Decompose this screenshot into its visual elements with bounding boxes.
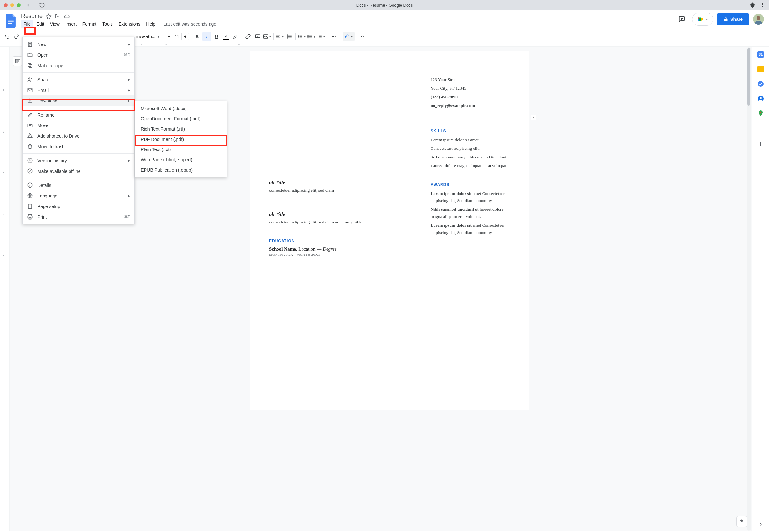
collapse-toolbar-button[interactable] [358, 32, 367, 41]
hide-side-panel-button[interactable] [757, 521, 764, 528]
document-icon [27, 41, 33, 47]
menu-edit[interactable]: Edit [34, 20, 46, 28]
text-color-button[interactable]: A [222, 32, 231, 41]
font-size-control: − 11 + [165, 33, 189, 40]
explore-button[interactable] [736, 516, 747, 527]
keep-icon[interactable] [757, 66, 764, 72]
insert-comment-button[interactable] [253, 32, 262, 41]
body-text: consectetuer adipiscing elit, sed diam n… [269, 219, 413, 226]
download-docx[interactable]: Microsoft Word (.docx) [135, 103, 227, 114]
scrollbar-thumb[interactable] [747, 48, 750, 106]
comments-icon[interactable] [676, 13, 688, 26]
move-folder-icon[interactable] [55, 13, 61, 19]
file-menu-offline[interactable]: Make available offline [23, 166, 134, 176]
font-family-selector[interactable]: rriweath...▼ [134, 32, 161, 41]
file-menu-language[interactable]: Language▶ [23, 190, 134, 201]
vertical-ruler[interactable]: 1 2 3 4 5 [0, 47, 10, 531]
browser-reload-button[interactable] [38, 1, 46, 9]
download-html[interactable]: Web Page (.html, zipped) [135, 155, 227, 165]
file-menu-version-history[interactable]: Version history▶ [23, 155, 134, 166]
font-size-value[interactable]: 11 [172, 33, 182, 40]
file-menu-trash[interactable]: Move to trash [23, 141, 134, 152]
insert-image-button[interactable]: ▼ [263, 32, 272, 41]
checklist-button[interactable]: ▼ [297, 32, 306, 41]
menu-format[interactable]: Format [80, 20, 99, 28]
undo-button[interactable] [3, 32, 12, 41]
underline-button[interactable]: U [212, 32, 221, 41]
file-menu-add-shortcut[interactable]: Add shortcut to Drive [23, 131, 134, 141]
education-line: School Name, Location — Degree [269, 246, 413, 252]
add-on-button[interactable]: + [758, 140, 763, 148]
menu-file[interactable]: File [21, 20, 33, 28]
last-edit-link[interactable]: Last edit was seconds ago [163, 21, 216, 27]
document-page[interactable]: ob Title consectetuer adipiscing elit, s… [250, 51, 529, 410]
chevron-down-icon: ▼ [350, 35, 353, 38]
skill-item: Consectetuer adipiscing elit. [431, 145, 509, 152]
highlight-button[interactable] [231, 32, 240, 41]
skill-item: Laoreet dolore magna aliquam erat volutp… [431, 162, 509, 170]
download-rtf[interactable]: Rich Text Format (.rtf) [135, 124, 227, 134]
bulleted-list-button[interactable]: ▼ [307, 32, 316, 41]
tab-stop-control[interactable] [530, 115, 536, 120]
calendar-icon[interactable]: 31 [757, 51, 764, 58]
menu-insert[interactable]: Insert [63, 20, 79, 28]
show-outline-button[interactable] [13, 56, 22, 66]
numbered-list-button[interactable]: ▼ [317, 32, 326, 41]
docs-logo-icon[interactable] [5, 13, 17, 29]
svg-rect-29 [28, 204, 31, 208]
svg-point-10 [308, 36, 308, 37]
file-menu-rename[interactable]: Rename [23, 109, 134, 120]
download-odt[interactable]: OpenDocument Format (.odt) [135, 114, 227, 124]
minimize-window-button[interactable] [10, 3, 14, 7]
file-menu-move[interactable]: Move [23, 120, 134, 131]
redo-button[interactable] [12, 32, 21, 41]
browser-menu-icon[interactable] [759, 2, 765, 9]
star-icon[interactable] [46, 13, 52, 19]
tasks-icon[interactable] [757, 81, 764, 87]
maps-icon[interactable] [757, 110, 764, 117]
share-button[interactable]: Share [717, 13, 749, 25]
file-menu-share[interactable]: Share▶ [23, 74, 134, 85]
bold-button[interactable]: B [193, 32, 202, 41]
svg-text:31: 31 [758, 52, 762, 56]
font-size-increase[interactable]: + [182, 34, 189, 39]
cloud-status-icon[interactable] [64, 13, 69, 19]
menu-view[interactable]: View [48, 20, 62, 28]
info-icon [27, 182, 33, 188]
scrollbar[interactable] [747, 47, 751, 531]
italic-button[interactable]: I [202, 32, 211, 41]
account-avatar[interactable] [753, 14, 764, 25]
download-txt[interactable]: Plain Text (.txt) [135, 144, 227, 155]
file-menu-page-setup[interactable]: Page setup [23, 201, 134, 212]
maximize-window-button[interactable] [17, 3, 20, 7]
education-dates: MONTH 20XX - MONTH 20XX [269, 253, 413, 256]
menu-help[interactable]: Help [144, 20, 158, 28]
line-spacing-button[interactable] [285, 32, 294, 41]
section-heading-education: EDUCATION [269, 239, 413, 243]
file-menu-download[interactable]: Download▶ [23, 95, 134, 106]
align-button[interactable]: ▼ [275, 32, 284, 41]
file-menu-email[interactable]: Email▶ [23, 85, 134, 95]
editing-mode-button[interactable]: ▼ [343, 32, 355, 41]
file-menu-print[interactable]: Print⌘P [23, 212, 134, 222]
document-title[interactable]: Resume [21, 13, 43, 20]
ruler-mark: 8 [239, 43, 263, 46]
contacts-icon[interactable] [757, 95, 764, 102]
file-menu-new[interactable]: New▶ [23, 39, 134, 50]
font-size-decrease[interactable]: − [165, 34, 172, 39]
file-menu-open[interactable]: Open⌘O [23, 50, 134, 60]
close-window-button[interactable] [4, 3, 8, 7]
file-menu-make-copy[interactable]: Make a copy [23, 60, 134, 71]
ruler-mark: 5 [165, 43, 190, 46]
more-options-button[interactable]: ••• [329, 32, 338, 41]
menu-extensions[interactable]: Extensions [116, 20, 142, 28]
download-epub[interactable]: EPUB Publication (.epub) [135, 165, 227, 175]
download-pdf[interactable]: PDF Document (.pdf) [135, 134, 227, 144]
menu-tools[interactable]: Tools [100, 20, 115, 28]
body-text: consectetuer adipiscing elit, sed diam [269, 187, 413, 194]
browser-back-button[interactable] [25, 1, 33, 9]
file-menu-details[interactable]: Details [23, 180, 134, 190]
meet-button[interactable]: ▼ [692, 13, 713, 26]
extensions-icon[interactable] [750, 2, 756, 9]
insert-link-button[interactable] [244, 32, 253, 41]
